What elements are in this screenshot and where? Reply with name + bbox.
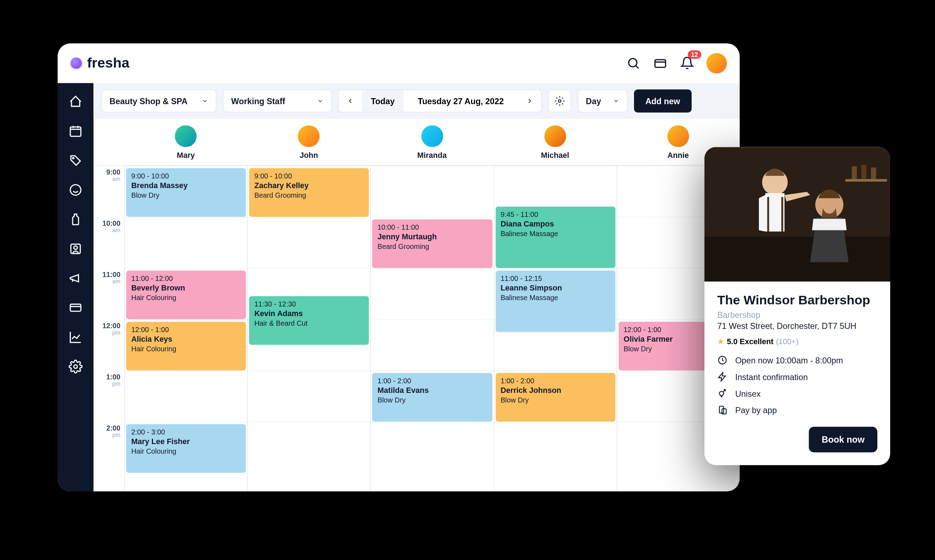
staff-column[interactable]: 9:00 - 10:00Brenda MasseyBlow Dry11:00 -… (124, 165, 247, 491)
appointment-service: Blow Dry (131, 191, 241, 199)
brand-name: fresha (87, 55, 130, 71)
card-icon (69, 300, 83, 315)
gear-icon (69, 360, 83, 374)
appointment-client: Beverly Brown (131, 283, 241, 292)
staff-filter[interactable]: Working Staff (223, 89, 332, 112)
appointment[interactable]: 12:00 - 1:00Alicia KeysHair Colouring (126, 322, 246, 371)
appointment-client: Diana Campos (501, 219, 610, 228)
app-window: fresha 12 (58, 43, 740, 491)
topbar: fresha 12 (58, 43, 740, 83)
svg-point-3 (73, 157, 74, 158)
staff-filter-label: Working Staff (231, 96, 285, 106)
feature-hours: Open now 10:00am - 8:00pm (717, 355, 877, 365)
appointment[interactable]: 1:00 - 2:00Matilda EvansBlow Dry (372, 373, 492, 422)
notifications-button[interactable]: 12 (680, 55, 695, 71)
svg-rect-14 (767, 197, 769, 232)
shop-selector[interactable]: Beauty Shop & SPA (101, 89, 216, 112)
prev-day-button[interactable] (339, 90, 362, 112)
feature-text: Unisex (735, 389, 761, 398)
hour-label: 12:00pm (94, 322, 124, 373)
svg-rect-15 (781, 197, 783, 232)
megaphone-icon (69, 271, 83, 285)
hour-label: 9:00am (94, 168, 124, 219)
chart-icon (69, 330, 83, 344)
sidebar-item-settings[interactable] (69, 360, 83, 374)
appointment[interactable]: 9:00 - 10:00Zachary KelleyBeard Grooming (249, 168, 369, 217)
view-selector[interactable]: Day (577, 89, 627, 112)
appointment-client: Mary Lee Fisher (131, 437, 241, 446)
staff-column-header[interactable]: Miranda (370, 119, 494, 165)
notification-badge: 12 (688, 50, 701, 58)
appointment-service: Balinese Massage (501, 293, 610, 301)
today-button[interactable]: Today (362, 90, 404, 112)
staff-header: Mary John Miranda Michael (94, 119, 740, 165)
feature-unisex: Unisex (717, 388, 877, 398)
sidebar-item-payments[interactable] (69, 300, 83, 315)
staff-name: Annie (667, 151, 689, 160)
search-icon (626, 56, 640, 71)
hour-label: 11:00am (94, 271, 124, 322)
appointment-service: Blow Dry (501, 396, 610, 403)
staff-avatar (544, 125, 566, 147)
svg-point-9 (558, 100, 561, 102)
calendar-toolbar: Beauty Shop & SPA Working Staff Today Tu… (94, 83, 740, 119)
staff-column-header[interactable]: Michael (494, 119, 617, 165)
appointment-client: Kevin Adams (255, 309, 364, 318)
sidebar-item-calendar[interactable] (69, 124, 83, 138)
search-button[interactable] (626, 55, 641, 71)
brand-dot-icon (71, 57, 82, 69)
listing-features: Open now 10:00am - 8:00pm Instant confir… (717, 355, 877, 415)
appointment-service: Balinese Massage (501, 229, 610, 237)
sidebar-item-feedback[interactable] (69, 183, 83, 197)
calendar-grid: 9:00am 10:00am 11:00am 12:00pm 1:00pm 2:… (94, 165, 740, 491)
rating-count: (100+) (776, 337, 798, 346)
wallet-button[interactable] (653, 55, 668, 71)
appointment[interactable]: 9:45 - 11:00Diana CamposBalinese Massage (495, 206, 615, 268)
appointment-time: 11:00 - 12:00 (131, 274, 241, 282)
sidebar-item-clients[interactable] (69, 242, 83, 256)
appointment[interactable]: 2:00 - 3:00Mary Lee FisherHair Colouring (126, 424, 246, 473)
appointment-time: 9:00 - 10:00 (255, 172, 364, 180)
phone-pay-icon (717, 405, 728, 415)
sidebar (58, 83, 94, 491)
svg-rect-2 (71, 127, 81, 136)
sidebar-item-tags[interactable] (69, 153, 83, 168)
feature-text: Instant confirmation (735, 372, 808, 382)
user-square-icon (69, 242, 83, 256)
next-day-button[interactable] (518, 90, 541, 112)
staff-column[interactable]: 10:00 - 11:00Jenny MurtaughBeard Groomin… (370, 165, 494, 491)
profile-avatar[interactable] (706, 53, 727, 74)
calendar-settings-button[interactable] (548, 89, 571, 112)
appointment-time: 1:00 - 2:00 (378, 377, 487, 385)
appointment[interactable]: 11:30 - 12:30Kevin AdamsHair & Beard Cut (249, 296, 369, 345)
sidebar-item-products[interactable] (69, 212, 83, 226)
svg-rect-19 (861, 165, 866, 179)
sidebar-item-analytics[interactable] (69, 330, 83, 344)
staff-column-header[interactable]: John (247, 119, 370, 165)
staff-column[interactable]: 9:00 - 10:00Zachary KelleyBeard Grooming… (247, 165, 370, 491)
gear-icon (554, 95, 565, 106)
wallet-icon (653, 56, 667, 71)
hour-label: 2:00pm (94, 424, 124, 475)
svg-rect-18 (852, 166, 857, 179)
appointment[interactable]: 10:00 - 11:00Jenny MurtaughBeard Groomin… (372, 219, 492, 268)
appointment[interactable]: 11:00 - 12:15Leanne SimpsonBalinese Mass… (495, 271, 615, 332)
appointment-service: Blow Dry (378, 396, 487, 403)
appointment-client: Leanne Simpson (501, 283, 610, 292)
appointment-time: 11:30 - 12:30 (255, 300, 364, 308)
staff-column[interactable]: 9:45 - 11:00Diana CamposBalinese Massage… (494, 165, 617, 491)
appointment[interactable]: 1:00 - 2:00Derrick JohnsonBlow Dry (495, 373, 615, 422)
listing-title: The Windsor Barbershop (717, 293, 877, 308)
current-date: Tuesday 27 Aug, 2022 (404, 90, 518, 112)
svg-point-0 (629, 58, 637, 66)
book-now-button[interactable]: Book now (809, 427, 877, 452)
sidebar-item-marketing[interactable] (69, 271, 83, 285)
appointment-service: Hair Colouring (131, 447, 241, 455)
appointment[interactable]: 9:00 - 10:00Brenda MasseyBlow Dry (126, 168, 246, 217)
sidebar-item-home[interactable] (69, 95, 83, 109)
appointment-time: 12:00 - 1:00 (131, 325, 241, 333)
brand-logo[interactable]: fresha (71, 55, 130, 71)
add-new-button[interactable]: Add new (634, 89, 692, 112)
staff-column-header[interactable]: Mary (124, 119, 247, 165)
appointment[interactable]: 11:00 - 12:00Beverly BrownHair Colouring (126, 271, 246, 319)
